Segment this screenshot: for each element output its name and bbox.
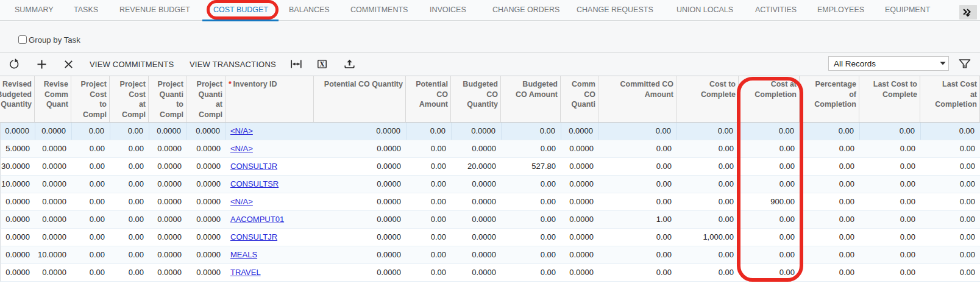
svg-text:X: X xyxy=(319,60,325,68)
